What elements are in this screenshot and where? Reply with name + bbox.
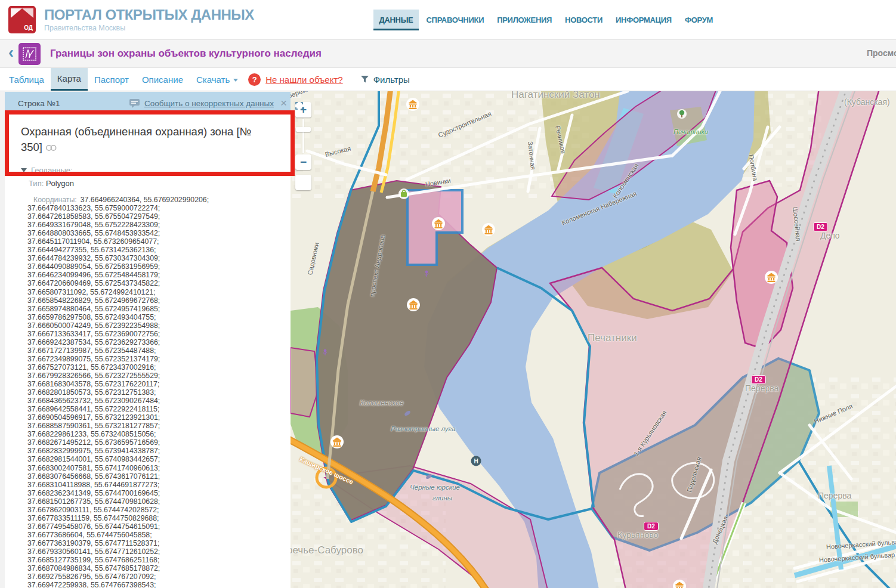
coordinate-pair: 37.6644090889054, 55.6725631956959; — [27, 262, 282, 271]
filter-funnel-icon — [361, 76, 369, 83]
report-incorrect-label: Сообщить о некорректных данных — [144, 99, 274, 108]
coordinate-pair: 37.6669242387534, 55.6723629273366; — [27, 338, 282, 346]
coordinate-pair: 37.6644784239932, 55.6730347304309; — [27, 254, 282, 262]
museum-icon — [765, 271, 778, 284]
coordinate-pair: 37.6682981544001, 55.6740983442657; — [27, 455, 282, 463]
coordinate-pair: 37.6647261858583, 55.6755047297549; — [27, 212, 282, 221]
geodata-toggle[interactable]: Геоданные: — [21, 166, 282, 175]
coordinate-pair: 37.6683104118988, 55.6744691877273; — [27, 481, 282, 489]
coordinate-pair: 37.6688587590361, 55.6732181277857; — [27, 422, 282, 430]
coordinate-pair: 37.665807311092, 55.6724992410121; — [27, 288, 282, 296]
coordinate-pair: 37.6682832999975, 55.6739414338787; — [27, 447, 282, 455]
coordinate-pair: 37.6647206609469, 55.6725437345822; — [27, 279, 282, 287]
zoom-out-button[interactable]: − — [295, 154, 311, 170]
coordinate-pair: 37.669472259938, 55.6747667398543; — [27, 581, 282, 588]
feature-panel: Строка №1 Сообщить о некорректных данных… — [5, 92, 291, 588]
museum-icon — [482, 223, 495, 236]
portal-logo-icon[interactable]: ОД — [8, 6, 36, 33]
zoom-slider-handle[interactable] — [296, 127, 311, 132]
coordinate-pair: 37.6682671495212, 55.6736595716569; — [27, 438, 282, 447]
coordinate-pair: 37.6682362341349, 55.6744700169645; — [27, 489, 282, 497]
nav-item-форум[interactable]: ФОРУМ — [679, 10, 718, 30]
museum-icon — [407, 298, 420, 311]
nav-item-новости[interactable]: НОВОСТИ — [560, 10, 608, 30]
helipad-icon — [471, 456, 481, 466]
report-incorrect-link[interactable]: Сообщить о некорректных данных — [129, 99, 274, 108]
logo-text: ОД — [24, 24, 33, 31]
portal-subtitle: Правительства Москвы — [44, 24, 254, 32]
coordinate-pair: 37.6687084986834, 55.6747685178872; — [27, 564, 282, 572]
help-icon[interactable]: ? — [248, 73, 261, 86]
coordinate-pair: 37.6690504596917, 55.6732123921301; — [27, 413, 282, 422]
dataset-icon — [18, 43, 41, 65]
close-icon[interactable]: × — [280, 97, 287, 109]
page-title: Границы зон охраны объектов культурного … — [50, 48, 322, 60]
coordinate-pair: 37.664494277355, 55.6731425362136; — [27, 246, 282, 254]
object-title: Охранная (объединенная охранная) зона [№… — [21, 124, 271, 156]
tab-label: Таблица — [9, 75, 44, 85]
link-icon[interactable] — [45, 140, 57, 156]
nav-item-данные[interactable]: ДАННЫЕ — [373, 10, 418, 30]
portal-titles: ПОРТАЛ ОТКРЫТЫХ ДАННЫХ Правительства Мос… — [44, 8, 254, 32]
coordinate-pair: 37.6682801850573, 55.672312751383; — [27, 388, 282, 397]
fullscreen-icon — [295, 102, 303, 110]
fullscreen-button[interactable] — [295, 175, 311, 190]
coordinate-pair: 37.6689642558441, 55.6722922418115; — [27, 405, 282, 413]
tab-label: Описание — [142, 75, 183, 85]
coordinate-pair: 37.6659786297508, 55.672493404755; — [27, 313, 282, 321]
nav-item-справочники[interactable]: СПРАВОЧНИКИ — [421, 10, 490, 30]
feature-panel-header: Строка №1 Сообщить о некорректных данных… — [5, 92, 291, 114]
map-canvas[interactable]: H — [291, 91, 896, 588]
speech-bubble-icon — [129, 99, 140, 108]
tab-таблица[interactable]: Таблица — [2, 68, 51, 91]
filters-button[interactable]: Фильтры — [361, 68, 410, 91]
not-found-link[interactable]: Не нашли объект? — [265, 75, 342, 85]
coordinates-list: 37.6647840133623, 55.6759000722274;37.66… — [27, 204, 282, 588]
coordinate-pair: 37.6677833511159, 55.6744750829688; — [27, 514, 282, 522]
views-label[interactable]: Просмотров — [867, 48, 896, 58]
coordinate-pair: 37.6685127735199, 55.6747686251168; — [27, 556, 282, 564]
map-graphics: H — [291, 91, 896, 588]
coordinate-pair: 37.6660500074249, 55.6723922354988; — [27, 321, 282, 330]
tab-карта[interactable]: Карта — [51, 68, 88, 91]
breadcrumb: ‹ Границы зон охраны объектов культурног… — [0, 39, 896, 68]
shop-icon — [398, 188, 409, 199]
coordinate-pair: 37.6681683043578, 55.6723176220117; — [27, 380, 282, 388]
map-zoom-control: + − — [295, 102, 311, 190]
main-nav: ДАННЫЕСПРАВОЧНИКИПРИЛОЖЕНИЯНОВОСТИИНФОРМ… — [373, 0, 718, 39]
coordinate-pair: 37.668229861233, 55.6732408515056; — [27, 430, 282, 438]
tab-label: Скачать — [196, 75, 230, 85]
coordinates-block: Координаты:37.664966240364, 55.676920299… — [21, 196, 282, 588]
main-area: H — [0, 91, 896, 588]
tree-icon — [677, 109, 687, 119]
tab-паспорт[interactable]: Паспорт — [88, 68, 135, 91]
zoom-slider[interactable] — [302, 119, 304, 153]
coordinate-pair: 37.6679928326566, 55.6723272555529; — [27, 372, 282, 380]
coordinate-pair: 37.6677495458076, 55.6744754615091; — [27, 522, 282, 531]
row-title: Строка №1 — [18, 99, 60, 108]
coordinate-pair: 37.6678620903111, 55.6744742028572; — [27, 506, 282, 514]
coordinate-pair: 37.6683076456668, 55.6743617076121; — [27, 472, 282, 481]
coordinates-first-line: Координаты:37.664966240364, 55.676920299… — [27, 196, 282, 204]
coordinate-pair: 37.6645117011904, 55.6732609654077; — [27, 237, 282, 246]
coordinate-pair: 37.6667133633417, 55.6723690072756; — [27, 330, 282, 338]
filters-label: Фильтры — [373, 75, 410, 85]
coordinate-pair: 37.6672349899075, 55.6723521374179; — [27, 355, 282, 363]
triangle-down-icon — [21, 168, 27, 172]
tab-скачать[interactable]: Скачать — [190, 68, 245, 91]
tab-bar: ТаблицаКартаПаспортОписаниеСкачать ? Не … — [0, 68, 896, 91]
coordinate-pair: 37.6671727139987, 55.672354487488; — [27, 346, 282, 355]
back-button[interactable]: ‹ — [8, 47, 14, 58]
geometry-type: Тип: Polygon — [21, 179, 282, 188]
coordinate-pair: 37.667527073121, 55.6723437002916; — [27, 363, 282, 372]
coordinate-pair: 37.6683002407581, 55.6741740960613; — [27, 464, 282, 472]
nav-item-информация[interactable]: ИНФОРМАЦИЯ — [610, 10, 677, 30]
nav-item-приложения[interactable]: ПРИЛОЖЕНИЯ — [492, 10, 557, 30]
feature-panel-body: Охранная (объединенная охранная) зона [№… — [5, 114, 291, 588]
tab-описание[interactable]: Описание — [135, 68, 190, 91]
coordinate-pair: 37.6679330560141, 55.6747712610252; — [27, 547, 282, 556]
museum-icon — [330, 435, 344, 448]
coordinate-pair: 37.6646234099496, 55.6725484458179; — [27, 271, 282, 279]
coordinate-pair: 37.6677363190379, 55.6747711528371; — [27, 539, 282, 547]
tab-label: Паспорт — [94, 75, 129, 85]
